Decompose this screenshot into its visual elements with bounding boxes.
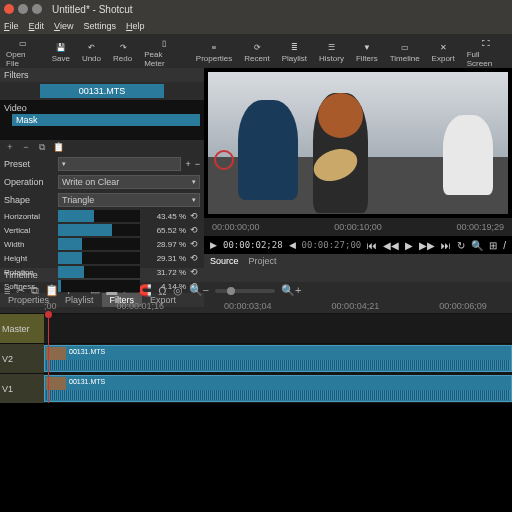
titlebar: Untitled* - Shotcut bbox=[0, 0, 512, 18]
height-slider[interactable] bbox=[58, 252, 140, 264]
toolbar-filters-button[interactable]: ▼Filters bbox=[356, 39, 378, 63]
timecode-duration: 00:00:27;00 bbox=[302, 240, 362, 250]
timecode-current[interactable]: 00:00:02;28 bbox=[223, 240, 283, 250]
timeline-menu-button[interactable]: ≡ bbox=[4, 285, 10, 297]
transport-bar: ▶ 00:00:02;28 ◀ 00:00:27;00 ⏮ ◀◀ ▶ ▶▶ ⏭ … bbox=[204, 236, 512, 254]
toolbar-properties-button[interactable]: ≡Properties bbox=[196, 39, 232, 63]
softness-slider[interactable] bbox=[58, 280, 140, 292]
volume-button[interactable]: / bbox=[503, 240, 506, 251]
svg-text:▯: ▯ bbox=[162, 38, 166, 47]
svg-text:⛶: ⛶ bbox=[482, 38, 490, 47]
scrub-icon[interactable]: Ω bbox=[158, 285, 166, 297]
timeline-clip[interactable]: 00131.MTS bbox=[44, 375, 512, 402]
track-body-v2[interactable]: 00131.MTS bbox=[44, 344, 512, 373]
shape-select[interactable]: Triangle bbox=[58, 193, 200, 207]
ruler-tick: 00:00:10;00 bbox=[334, 222, 382, 232]
toolbar-fullscreen-button[interactable]: ⛶Full Screen bbox=[467, 35, 506, 68]
zoom-button[interactable]: 🔍 bbox=[471, 240, 483, 251]
filter-item-mask[interactable]: Mask bbox=[12, 114, 200, 126]
source-project-tabs: SourceProject bbox=[204, 254, 512, 268]
loop-button[interactable]: ↻ bbox=[457, 240, 465, 251]
preset-select[interactable] bbox=[58, 157, 181, 171]
timeline-cut-button[interactable]: ✂ bbox=[16, 284, 25, 297]
timeline-clip[interactable]: 00131.MTS bbox=[44, 345, 512, 372]
toolbar-save-button[interactable]: 💾Save bbox=[52, 39, 70, 63]
horizontal-label: Horizontal bbox=[4, 212, 54, 221]
vertical-reset-button[interactable]: ⟲ bbox=[190, 225, 200, 235]
out-point-icon[interactable]: ◀ bbox=[289, 240, 296, 250]
rotation-reset-button[interactable]: ⟲ bbox=[190, 267, 200, 277]
svg-text:☰: ☰ bbox=[328, 43, 335, 52]
operation-select[interactable]: Write on Clear bbox=[58, 175, 200, 189]
track-header-v2[interactable]: V2 bbox=[0, 344, 44, 373]
toolbar-peak-meter-button[interactable]: ▯Peak Meter bbox=[144, 35, 184, 68]
filter-copy-button[interactable]: ⧉ bbox=[36, 142, 48, 153]
toolbar-recent-button[interactable]: ⟳Recent bbox=[244, 39, 269, 63]
preset-label: Preset bbox=[4, 159, 54, 169]
horizontal-slider[interactable] bbox=[58, 210, 140, 222]
operation-label: Operation bbox=[4, 177, 54, 187]
filter-add-button[interactable]: + bbox=[4, 142, 16, 153]
filter-paste-button[interactable]: 📋 bbox=[52, 142, 64, 153]
ripple-icon[interactable]: ◎ bbox=[173, 284, 183, 297]
preview-ruler[interactable]: 00:00:00;0000:00:10;0000:00:19;29 bbox=[204, 218, 512, 236]
height-value[interactable]: 29.31 % bbox=[144, 254, 186, 263]
rewind-button[interactable]: ◀◀ bbox=[383, 240, 399, 251]
playhead[interactable] bbox=[48, 313, 49, 403]
rotation-slider[interactable] bbox=[58, 266, 140, 278]
tab-source[interactable]: Source bbox=[210, 256, 239, 266]
preview-viewport[interactable] bbox=[208, 72, 508, 214]
horizontal-value[interactable]: 43.45 % bbox=[144, 212, 186, 221]
snap-icon[interactable]: 🧲 bbox=[138, 284, 152, 297]
toolbar-undo-button[interactable]: ↶Undo bbox=[82, 39, 101, 63]
menu-file[interactable]: File bbox=[4, 21, 19, 31]
menu-settings[interactable]: Settings bbox=[83, 21, 116, 31]
filter-remove-button[interactable]: − bbox=[20, 142, 32, 153]
timeline-copy-button[interactable]: ⧉ bbox=[31, 284, 39, 297]
height-reset-button[interactable]: ⟲ bbox=[190, 253, 200, 263]
preview-panel: 00:00:00;0000:00:10;0000:00:19;29 ▶ 00:0… bbox=[204, 68, 512, 268]
ruler-tick: 00:00:06;09 bbox=[439, 301, 487, 311]
filters-clip-name[interactable]: 00131.MTS bbox=[40, 84, 164, 98]
svg-text:▭: ▭ bbox=[401, 43, 409, 52]
toolbar-open-file-button[interactable]: ▭Open File bbox=[6, 35, 40, 68]
window-minimize-button[interactable] bbox=[18, 4, 28, 14]
track-header-master[interactable]: Master bbox=[0, 314, 44, 343]
toolbar-redo-button[interactable]: ↷Redo bbox=[113, 39, 132, 63]
toolbar-playlist-button[interactable]: ≣Playlist bbox=[282, 39, 307, 63]
menu-edit[interactable]: Edit bbox=[29, 21, 45, 31]
menu-view[interactable]: View bbox=[54, 21, 73, 31]
track-body-master[interactable] bbox=[44, 314, 512, 343]
zoom-out-button[interactable]: 🔍− bbox=[189, 284, 209, 297]
track-header-v1[interactable]: V1 bbox=[0, 374, 44, 403]
width-reset-button[interactable]: ⟲ bbox=[190, 239, 200, 249]
track-body-v1[interactable]: 00131.MTS bbox=[44, 374, 512, 403]
rotation-value[interactable]: 31.72 % bbox=[144, 268, 186, 277]
width-value[interactable]: 28.97 % bbox=[144, 240, 186, 249]
tab-project[interactable]: Project bbox=[249, 256, 277, 266]
toggle-play-button[interactable]: ▶ bbox=[405, 240, 413, 251]
vertical-value[interactable]: 65.52 % bbox=[144, 226, 186, 235]
window-close-button[interactable] bbox=[4, 4, 14, 14]
in-point-icon[interactable]: ▶ bbox=[210, 240, 217, 250]
filters-panel-title: Filters bbox=[0, 68, 204, 82]
skip-next-button[interactable]: ⏭ bbox=[441, 240, 451, 251]
width-slider[interactable] bbox=[58, 238, 140, 250]
skip-prev-button[interactable]: ⏮ bbox=[367, 240, 377, 251]
grid-button[interactable]: ⊞ bbox=[489, 240, 497, 251]
menubar: File Edit View Settings Help bbox=[0, 18, 512, 34]
zoom-in-button[interactable]: 🔍+ bbox=[281, 284, 301, 297]
window-maximize-button[interactable] bbox=[32, 4, 42, 14]
forward-button[interactable]: ▶▶ bbox=[419, 240, 435, 251]
vertical-slider[interactable] bbox=[58, 224, 140, 236]
filters-panel: Filters 00131.MTS Video Mask + − ⧉ 📋 Pre… bbox=[0, 68, 204, 268]
toolbar-history-button[interactable]: ☰History bbox=[319, 39, 344, 63]
zoom-slider[interactable] bbox=[215, 289, 275, 293]
toolbar-export-button[interactable]: ✕Export bbox=[432, 39, 455, 63]
preset-remove-button[interactable]: − bbox=[195, 159, 200, 169]
preset-add-button[interactable]: + bbox=[185, 159, 190, 169]
ruler-tick: ;00 bbox=[44, 301, 57, 311]
menu-help[interactable]: Help bbox=[126, 21, 145, 31]
toolbar-timeline-button[interactable]: ▭Timeline bbox=[390, 39, 420, 63]
horizontal-reset-button[interactable]: ⟲ bbox=[190, 211, 200, 221]
